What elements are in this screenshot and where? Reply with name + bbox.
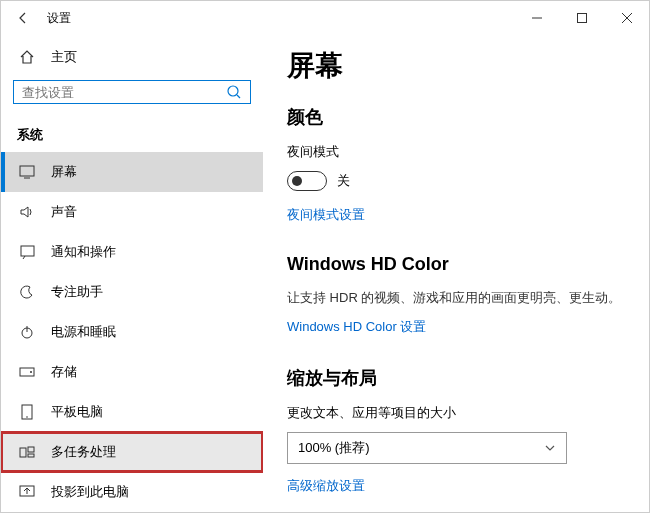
svg-point-14 — [26, 416, 28, 418]
section-header: 系统 — [13, 126, 251, 144]
svg-point-4 — [228, 86, 238, 96]
svg-rect-17 — [28, 454, 34, 457]
nav-item-project[interactable]: 投影到此电脑 — [1, 472, 263, 512]
nav-item-display[interactable]: 屏幕 — [1, 152, 263, 192]
nav-label: 专注助手 — [51, 283, 103, 301]
sidebar: 主页 系统 屏幕 声音 通知和操作 — [1, 35, 263, 512]
storage-icon — [19, 367, 35, 377]
search-box[interactable] — [13, 80, 251, 104]
section-color: 颜色 — [287, 105, 625, 129]
night-mode-toggle[interactable] — [287, 171, 327, 191]
nav-item-tablet[interactable]: 平板电脑 — [1, 392, 263, 432]
close-button[interactable] — [604, 1, 649, 35]
home-icon — [19, 49, 35, 65]
svg-rect-16 — [28, 447, 34, 452]
scale-dropdown[interactable]: 100% (推荐) — [287, 432, 567, 464]
svg-rect-15 — [20, 448, 26, 457]
nav-label: 通知和操作 — [51, 243, 116, 261]
main-content: 屏幕 颜色 夜间模式 关 夜间模式设置 Windows HD Color 让支持… — [263, 35, 649, 512]
night-mode-label: 夜间模式 — [287, 143, 625, 161]
sound-icon — [19, 205, 35, 219]
scale-label: 更改文本、应用等项目的大小 — [287, 404, 625, 422]
nav-label: 平板电脑 — [51, 403, 103, 421]
minimize-button[interactable] — [514, 1, 559, 35]
multitask-icon — [19, 446, 35, 458]
section-scale: 缩放与布局 — [287, 366, 625, 390]
window-title: 设置 — [47, 10, 71, 27]
maximize-button[interactable] — [559, 1, 604, 35]
nav-item-sound[interactable]: 声音 — [1, 192, 263, 232]
monitor-icon — [19, 165, 35, 179]
svg-point-12 — [30, 371, 32, 373]
nav-item-focus[interactable]: 专注助手 — [1, 272, 263, 312]
notification-icon — [19, 245, 35, 259]
nav-label: 声音 — [51, 203, 77, 221]
nav-list: 屏幕 声音 通知和操作 专注助手 电源和睡眠 存储 — [1, 152, 263, 512]
nav-item-notifications[interactable]: 通知和操作 — [1, 232, 263, 272]
moon-icon — [19, 285, 35, 299]
project-icon — [19, 485, 35, 499]
night-mode-settings-link[interactable]: 夜间模式设置 — [287, 206, 365, 224]
nav-item-storage[interactable]: 存储 — [1, 352, 263, 392]
nav-item-multitask[interactable]: 多任务处理 — [1, 432, 263, 472]
svg-line-5 — [237, 95, 240, 98]
chevron-down-icon — [544, 444, 556, 452]
svg-rect-6 — [20, 166, 34, 176]
nav-label: 多任务处理 — [51, 443, 116, 461]
section-hdr: Windows HD Color — [287, 254, 625, 275]
hdr-description: 让支持 HDR 的视频、游戏和应用的画面更明亮、更生动。 — [287, 289, 625, 307]
svg-rect-1 — [577, 14, 586, 23]
nav-label: 屏幕 — [51, 163, 77, 181]
page-title: 屏幕 — [287, 47, 625, 85]
back-button[interactable] — [13, 8, 33, 28]
nav-label: 投影到此电脑 — [51, 483, 129, 501]
toggle-state: 关 — [337, 172, 350, 190]
power-icon — [19, 325, 35, 339]
hdr-settings-link[interactable]: Windows HD Color 设置 — [287, 318, 426, 336]
advanced-scale-link[interactable]: 高级缩放设置 — [287, 477, 365, 495]
home-link[interactable]: 主页 — [13, 43, 251, 70]
home-label: 主页 — [51, 48, 77, 66]
nav-label: 电源和睡眠 — [51, 323, 116, 341]
search-icon — [226, 84, 242, 100]
tablet-icon — [19, 404, 35, 420]
search-input[interactable] — [22, 85, 226, 100]
nav-item-power[interactable]: 电源和睡眠 — [1, 312, 263, 352]
svg-rect-8 — [21, 246, 34, 256]
scale-value: 100% (推荐) — [298, 439, 370, 457]
nav-label: 存储 — [51, 363, 77, 381]
